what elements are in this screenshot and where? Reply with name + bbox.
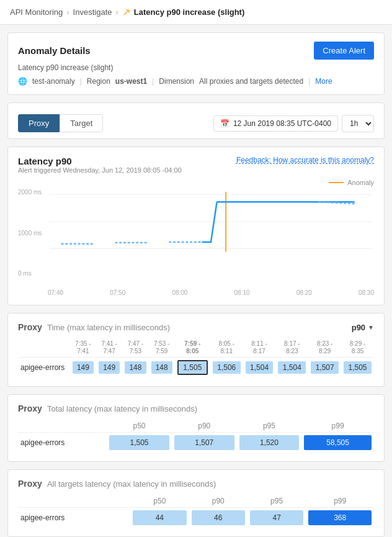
chart-legend: Anomaly xyxy=(18,179,374,186)
cell-5: 1,506 xyxy=(210,358,243,378)
time-col-6: 8:11 -8:17 xyxy=(243,338,276,358)
p90-label: p90 xyxy=(352,323,365,332)
x-label-5: 08:30 xyxy=(359,289,374,296)
total-latency-card: Proxy Total latency (max latency in mill… xyxy=(7,394,385,462)
legend-label: Anomaly xyxy=(347,179,374,186)
total-col-proxy xyxy=(18,420,107,433)
anomaly-details-card: Anomaly Details Create Alert Latency p90… xyxy=(7,32,385,95)
total-cell-p50: 1,505 xyxy=(107,433,172,453)
globe-icon: 🌐 xyxy=(18,77,27,86)
anomaly-meta: 🌐 test-anomaly | Region us-west1 | Dimen… xyxy=(18,77,374,86)
tab-target[interactable]: Target xyxy=(60,114,103,132)
total-row-proxy: apigee-errors xyxy=(18,433,107,453)
time-data-table: 7:35 -7:41 7:41 -7:47 7:47 -7:53 7:53 -7… xyxy=(18,338,374,377)
table-row: apigee-errors 44 46 47 368 xyxy=(18,508,374,528)
duration-select[interactable]: 1h 3h 6h xyxy=(342,115,374,132)
time-col-0: 7:35 -7:41 xyxy=(70,338,96,358)
x-label-0: 07:40 xyxy=(48,289,63,296)
target-col-p99: p99 xyxy=(306,495,374,508)
breadcrumb: API Monitoring › Investigate › ↗ Latency… xyxy=(0,0,392,25)
target-col-proxy xyxy=(18,495,130,508)
anomaly-subtitle: Latency p90 increase (slight) xyxy=(18,63,374,72)
x-label-4: 08:20 xyxy=(296,289,312,296)
time-col-7: 8:17 -8:23 xyxy=(275,338,308,358)
p90-dropdown[interactable]: p90 ▼ xyxy=(352,323,374,332)
selected-date: 12 Jun 2019 08:35 UTC-0400 xyxy=(233,119,331,128)
chart-title: Latency p90 xyxy=(18,156,182,166)
time-table-card: Proxy Time (max latency in milliseconds)… xyxy=(7,313,385,387)
table-row: apigee-errors 149 149 148 148 1,505 1,50… xyxy=(18,358,374,378)
breadcrumb-sep-2: › xyxy=(115,7,118,17)
tab-proxy[interactable]: Proxy xyxy=(18,114,60,132)
target-col-p95: p95 xyxy=(247,495,306,508)
pipe-1: | xyxy=(80,77,82,86)
target-latency-card: Proxy All targets latency (max latency i… xyxy=(7,469,385,537)
anomaly-org: test-anomaly xyxy=(32,77,75,86)
target-cell-p95: 47 xyxy=(247,508,306,528)
trend-up-icon: ↗ xyxy=(122,6,130,18)
target-cell-p99: 368 xyxy=(306,508,374,528)
date-picker[interactable]: 📅 12 Jun 2019 08:35 UTC-0400 xyxy=(213,115,338,132)
table-row: apigee-errors 1,505 1,507 1,520 58,505 xyxy=(18,433,374,453)
chart-svg xyxy=(48,189,374,276)
target-latency-title: All targets latency (max latency in mill… xyxy=(47,479,216,489)
target-cell-p50: 44 xyxy=(130,508,189,528)
cell-2: 148 xyxy=(122,358,148,378)
breadcrumb-current: Latency p90 increase (slight) xyxy=(134,7,244,17)
chart-card: Latency p90 Alert triggered Wednesday, J… xyxy=(7,147,385,305)
anomaly-region-label: Region xyxy=(87,77,110,86)
pipe-3: | xyxy=(308,77,310,86)
time-col-8: 8:23 -8:29 xyxy=(308,338,341,358)
chart-subtitle: Alert triggered Wednesday, Jun 12, 2019 … xyxy=(18,166,182,174)
y-label-0: 0 ms xyxy=(18,270,48,277)
chart-area: 2000 ms 1000 ms 0 ms xyxy=(18,189,374,288)
cell-7: 1,504 xyxy=(275,358,308,378)
time-col-5: 8:05 -8:11 xyxy=(210,338,243,358)
total-col-p95: p95 xyxy=(237,420,302,433)
anomaly-dimension-label: Dimension xyxy=(159,77,194,86)
target-col-p90: p90 xyxy=(189,495,247,508)
cell-8: 1,507 xyxy=(308,358,341,378)
anomaly-region-value: us-west1 xyxy=(115,77,147,86)
target-proxy-label: Proxy xyxy=(18,479,42,489)
pipe-2: | xyxy=(152,77,154,86)
anomaly-more-link[interactable]: More xyxy=(315,77,332,86)
anomaly-details-title: Anomaly Details xyxy=(18,45,91,56)
total-proxy-label: Proxy xyxy=(18,404,42,413)
y-label-2000: 2000 ms xyxy=(18,189,48,196)
y-axis-labels: 2000 ms 1000 ms 0 ms xyxy=(18,189,48,288)
total-latency-title: Total latency (max latency in millisecon… xyxy=(47,404,197,413)
target-cell-p90: 46 xyxy=(189,508,247,528)
target-col-p50: p50 xyxy=(130,495,189,508)
time-table-proxy-label: Proxy xyxy=(18,322,42,332)
cell-9: 1,505 xyxy=(341,358,374,378)
cell-0: 149 xyxy=(70,358,96,378)
calendar-icon: 📅 xyxy=(220,119,229,128)
time-col-3: 7:53 -7:59 xyxy=(149,338,175,358)
anomaly-dimension-value: All proxies and targets detected xyxy=(199,77,303,86)
time-col-2: 7:47 -7:53 xyxy=(122,338,148,358)
total-cell-p95: 1,520 xyxy=(237,433,302,453)
create-alert-button[interactable]: Create Alert xyxy=(314,42,374,60)
time-col-9: 8:29 -8:35 xyxy=(341,338,374,358)
row-proxy-name: apigee-errors xyxy=(18,358,70,378)
x-label-1: 07:50 xyxy=(110,289,125,296)
time-col-proxy xyxy=(18,338,70,358)
x-axis-labels: 07:40 07:50 08:00 08:10 08:20 08:30 xyxy=(48,289,374,296)
y-label-1000: 1000 ms xyxy=(18,230,48,237)
cell-3: 148 xyxy=(149,358,175,378)
total-latency-table: p50 p90 p95 p99 apigee-errors 1,505 1,50… xyxy=(18,420,374,453)
feedback-link[interactable]: Feedback: How accurate is this anomaly? xyxy=(236,156,374,165)
cell-1: 149 xyxy=(96,358,122,378)
x-label-3: 08:10 xyxy=(234,289,250,296)
breadcrumb-investigate[interactable]: Investigate xyxy=(73,7,112,17)
total-col-p99: p99 xyxy=(301,420,374,433)
legend-line-icon xyxy=(329,182,344,183)
time-col-4: 7:59 -8:05 xyxy=(175,338,210,358)
date-control: 📅 12 Jun 2019 08:35 UTC-0400 1h 3h 6h xyxy=(213,115,374,132)
breadcrumb-api-monitoring[interactable]: API Monitoring xyxy=(10,7,63,17)
total-cell-p90: 1,507 xyxy=(172,433,237,453)
tabs-card: Proxy Target 📅 12 Jun 2019 08:35 UTC-040… xyxy=(7,102,385,139)
cell-6: 1,504 xyxy=(243,358,276,378)
chevron-down-icon: ▼ xyxy=(368,324,374,331)
